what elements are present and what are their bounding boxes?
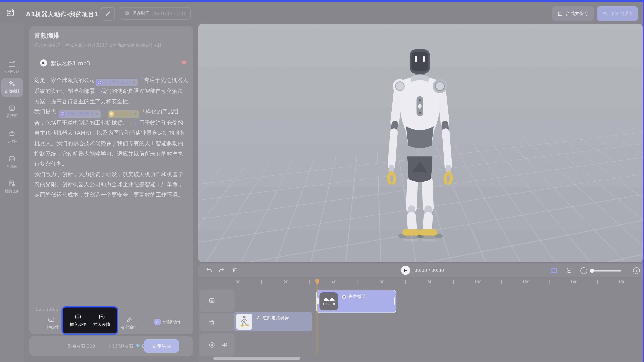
quote-mark-yellow: 「 — [140, 109, 146, 115]
topbar: A1机器人动作-我的项目1 保存时间 26/01/03 12:01 合成并保存 … — [0, 2, 644, 24]
checkbox-checked-icon[interactable]: ✓ — [154, 319, 160, 325]
action-tag-icon: ★ — [109, 111, 114, 117]
timeline[interactable]: 0f2f4f6f8f10f12f14f16f 害羞微笑 — [198, 278, 644, 362]
redo-icon[interactable] — [218, 267, 225, 274]
sidebar-label: 音频库 — [0, 164, 24, 169]
synthesize-save-button[interactable]: 合成并保存 — [552, 6, 594, 21]
sidebar-item-audio-library[interactable]: 音频库 — [0, 155, 24, 169]
editor-text: 我们提供 — [34, 109, 58, 115]
ruler-tick — [502, 280, 502, 284]
audio-arrange-panel: 音频编排 通过音频处理，生成音频素材以及融合动作和表情的音频编排素材 ▶ 默认名… — [29, 26, 193, 334]
remaining-stones: 剩余灵石 300 — [68, 343, 95, 349]
deploy-device-button[interactable]: 下发到设备 — [597, 6, 638, 21]
horizontal-scrollbar[interactable] — [213, 357, 300, 360]
timeline-ruler[interactable]: 0f2f4f6f8f10f12f14f16f — [198, 278, 644, 286]
sidebar-label: 音频编排 — [0, 89, 24, 94]
quote-mark-purple: 」 — [134, 120, 139, 126]
sidebar-label: 我的任务 — [0, 189, 24, 194]
audio-file-row: ▶ 默认名称1.mp3 — [40, 59, 187, 68]
quote-mark-yellow: 」 — [128, 120, 134, 126]
sidebar-label: 动作模仿 — [0, 69, 24, 75]
generate-now-button[interactable]: 立即生成 — [144, 339, 179, 353]
robot-download-icon — [602, 11, 608, 16]
rhythm-motion-toggle[interactable]: ✓ 韵律动作 — [154, 319, 182, 325]
play-button[interactable]: ▶ — [401, 266, 410, 275]
zoom-slider-track[interactable] — [590, 270, 622, 271]
record-disc-icon — [208, 341, 215, 348]
ruler-label: 16f — [618, 280, 624, 284]
expression-track-header — [200, 289, 234, 312]
quote-mark-purple: 」 — [95, 88, 100, 94]
divider: | — [102, 343, 104, 348]
fit-timeline-icon[interactable] — [550, 267, 558, 274]
ruler-label: 12f — [522, 280, 528, 284]
undo-icon[interactable] — [206, 267, 212, 274]
viewport-3d[interactable]: Z Y X — [198, 24, 643, 262]
delete-clip-icon[interactable] — [232, 267, 238, 273]
task-list-icon — [0, 179, 24, 187]
tag-remove-icon[interactable]: × — [95, 109, 98, 119]
sidebar-item-my-tasks[interactable]: 我的任务 — [0, 179, 24, 194]
motion-clip-title: 超帅走路姿势 — [256, 315, 289, 321]
ruler-label: 4f — [332, 280, 336, 284]
walking-icon — [256, 315, 260, 320]
expression-clip[interactable]: 害羞微笑 — [316, 290, 396, 313]
sidebar: 动作模仿 音频编排 表情库 动作库 音频库 — [0, 24, 24, 362]
ruler-label: 10f — [474, 280, 480, 284]
quote-mark-purple: 「 — [102, 109, 107, 115]
tag-label: 哈哈大笑(10s) — [104, 77, 130, 88]
one-click-arrange-button[interactable]: AI 一键编排 — [40, 316, 62, 330]
clip-right-handle[interactable] — [394, 297, 395, 304]
project-title: A1机器人动作-我的项目1 — [26, 10, 99, 18]
tag-remove-icon[interactable]: × — [134, 109, 137, 119]
floppy-icon — [557, 11, 563, 16]
person-icon — [0, 130, 24, 138]
editor-text: 用于物流和仓储的自主移动机器人 (AMR)，以及为医疗和酒店业量身定制的服务机器… — [34, 120, 185, 167]
gem-icon — [135, 343, 140, 348]
delete-audio-icon[interactable] — [181, 59, 187, 66]
sidebar-item-motion-imitation[interactable]: 动作模仿 — [0, 60, 24, 75]
clear-arrange-button[interactable]: 清空编排 — [118, 316, 140, 330]
expression-tag[interactable]: ☺哈哈大笑(10s)× — [96, 79, 138, 86]
insert-buttons-highlight-group: 插入动作 插入表情 — [62, 306, 118, 335]
ruler-label: 6f — [380, 280, 383, 284]
rename-button[interactable] — [101, 7, 114, 20]
sidebar-item-motion-library[interactable]: 动作库 — [0, 130, 24, 144]
editor-text: 我们致力于创新，大力投资于研发，以突破人机协作和机器学习的界限。创新机器人公司助… — [34, 171, 183, 198]
playback-time: 00:00 / 00:30 — [414, 268, 444, 273]
insert-expression-button[interactable]: 插入表情 — [94, 313, 110, 327]
zoom-in-icon[interactable]: + — [633, 267, 640, 274]
zoom-slider-handle[interactable] — [590, 268, 594, 273]
editor-text: 这是一家全球领先的公司 — [34, 77, 95, 83]
expression-tag[interactable]: ☺哈哈大笑(10s)× — [59, 110, 101, 118]
sidebar-item-audio-arrange[interactable]: 音频编排 — [0, 80, 24, 94]
sidebar-label: 动作库 — [0, 139, 24, 144]
svg-text:AI: AI — [50, 318, 52, 321]
action-tag[interactable]: ★弯腰(5s)× — [108, 110, 139, 118]
ruler-tick — [453, 280, 454, 284]
app-logo-icon[interactable] — [6, 8, 16, 18]
editor-content[interactable]: 这是一家全球领先的公司☺哈哈大笑(10s)×「专注于先进机器人系统的设计、制造和… — [34, 75, 188, 200]
sidebar-item-expression-library[interactable]: 表情库 — [0, 104, 24, 119]
tag-remove-icon[interactable]: × — [132, 77, 136, 88]
insert-motion-button[interactable]: 插入动作 — [70, 313, 86, 327]
insert-motion-icon — [70, 313, 86, 320]
zoom-out-icon[interactable]: − — [580, 267, 587, 274]
expression-tag-icon: ☺ — [96, 80, 102, 85]
clip-left-handle[interactable] — [318, 297, 319, 304]
sidebar-label: 表情库 — [0, 113, 24, 119]
motion-clip[interactable]: 超帅走路姿势 — [234, 312, 312, 331]
playhead-line[interactable] — [316, 284, 317, 354]
save-status-pill: 保存时间 26/01/03 12:01 — [120, 7, 190, 20]
ruler-tick — [597, 280, 598, 284]
ruler-label: 2f — [284, 280, 288, 284]
char-counter: 52 / 1,000 — [36, 307, 58, 312]
playhead-marker[interactable] — [315, 279, 319, 285]
app-window: A1机器人动作-我的项目1 保存时间 26/01/03 12:01 合成并保存 … — [0, 0, 644, 362]
tag-label: 哈哈大笑(10s) — [67, 109, 93, 119]
synthesize-save-label: 合成并保存 — [566, 10, 589, 17]
audio-play-icon[interactable]: ▶ — [40, 59, 47, 67]
audio-track-header — [200, 333, 234, 356]
ruler-tick — [310, 280, 310, 284]
frame-view-icon[interactable] — [566, 267, 572, 274]
